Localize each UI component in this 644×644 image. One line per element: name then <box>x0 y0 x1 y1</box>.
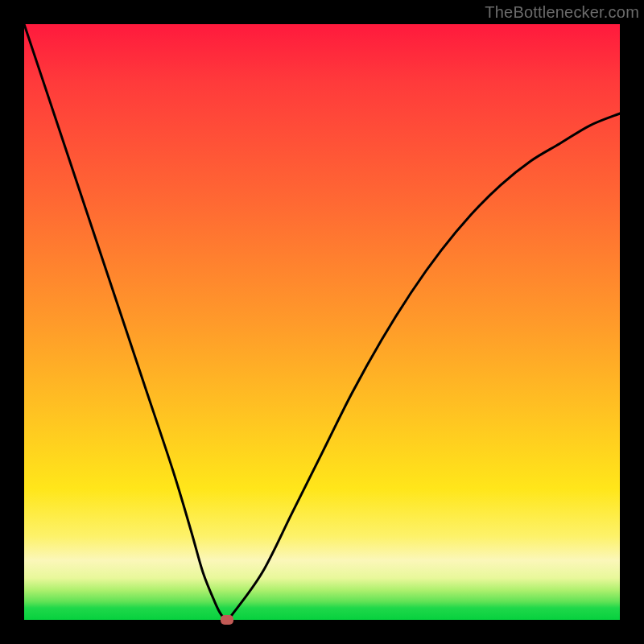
optimal-point-marker <box>221 615 233 625</box>
chart-frame: TheBottlenecker.com <box>0 0 644 644</box>
watermark-text: TheBottlenecker.com <box>485 3 639 22</box>
chart-plot-area <box>24 24 620 620</box>
bottleneck-curve <box>24 24 620 620</box>
